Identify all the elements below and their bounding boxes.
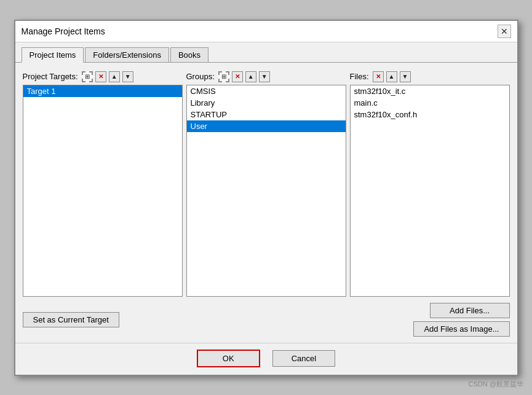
bottom-right: Add Files... Add Files as Image... [413, 303, 509, 337]
title-bar: Manage Project Items ✕ [15, 21, 517, 42]
files-delete-button[interactable]: ✕ [373, 71, 384, 82]
tabs-bar: Project Items Folders/Extensions Books [15, 42, 517, 63]
list-item[interactable]: main.c [351, 97, 509, 109]
targets-header: Project Targets: ⊞ ✕ ▲ ▼ [23, 71, 183, 82]
files-up-button[interactable]: ▲ [386, 71, 397, 82]
ok-button[interactable]: OK [197, 350, 260, 367]
tab-books[interactable]: Books [170, 47, 208, 62]
groups-down-button[interactable]: ▼ [259, 71, 270, 82]
list-item[interactable]: stm32f10x_it.c [351, 85, 509, 97]
add-files-image-button[interactable]: Add Files as Image... [413, 321, 509, 337]
files-panel: Files: ✕ ▲ ▼ stm32f10x_it.c main.c stm32… [350, 71, 510, 297]
targets-new-button[interactable]: ⊞ [82, 71, 93, 82]
tab-project-items[interactable]: Project Items [22, 47, 84, 63]
groups-panel: Groups: ⊞ ✕ ▲ ▼ CMSIS Library STARTUP Us… [186, 71, 346, 297]
targets-down-button[interactable]: ▼ [122, 71, 133, 82]
list-item[interactable]: Target 1 [23, 85, 182, 97]
files-label: Files: [350, 72, 369, 81]
groups-header: Groups: ⊞ ✕ ▲ ▼ [186, 71, 346, 82]
list-item[interactable]: Library [187, 97, 346, 109]
tab-folders-extensions[interactable]: Folders/Extensions [85, 47, 169, 62]
close-button[interactable]: ✕ [498, 25, 511, 38]
groups-delete-button[interactable]: ✕ [232, 71, 243, 82]
list-item[interactable]: STARTUP [187, 109, 346, 120]
list-item[interactable]: CMSIS [187, 85, 346, 97]
groups-new-button[interactable]: ⊞ [218, 71, 229, 82]
list-item[interactable]: stm32f10x_conf.h [351, 109, 509, 120]
bottom-left: Set as Current Target [23, 312, 119, 327]
panels-row: Project Targets: ⊞ ✕ ▲ ▼ Target 1 Groups… [23, 71, 510, 297]
project-targets-panel: Project Targets: ⊞ ✕ ▲ ▼ Target 1 [23, 71, 183, 297]
add-files-button[interactable]: Add Files... [430, 303, 510, 318]
files-header: Files: ✕ ▲ ▼ [350, 71, 510, 82]
files-list[interactable]: stm32f10x_it.c main.c stm32f10x_conf.h [350, 85, 510, 297]
targets-up-button[interactable]: ▲ [109, 71, 120, 82]
groups-up-button[interactable]: ▲ [245, 71, 256, 82]
cancel-button[interactable]: Cancel [272, 350, 335, 367]
groups-label: Groups: [186, 72, 215, 81]
content-area: Project Targets: ⊞ ✕ ▲ ▼ Target 1 Groups… [15, 63, 517, 343]
targets-label: Project Targets: [23, 72, 78, 81]
bottom-row: Set as Current Target Add Files... Add F… [23, 303, 510, 337]
targets-delete-button[interactable]: ✕ [95, 71, 106, 82]
dialog-title: Manage Project Items [22, 26, 105, 36]
footer-row: OK Cancel [15, 343, 517, 375]
manage-project-dialog: Manage Project Items ✕ Project Items Fol… [14, 20, 518, 376]
files-down-button[interactable]: ▼ [400, 71, 411, 82]
groups-list[interactable]: CMSIS Library STARTUP User [186, 85, 346, 297]
targets-list[interactable]: Target 1 [23, 85, 183, 297]
watermark: CSDN @航景益华 [469, 380, 523, 389]
list-item[interactable]: User [187, 120, 346, 132]
set-target-button[interactable]: Set as Current Target [23, 312, 119, 327]
